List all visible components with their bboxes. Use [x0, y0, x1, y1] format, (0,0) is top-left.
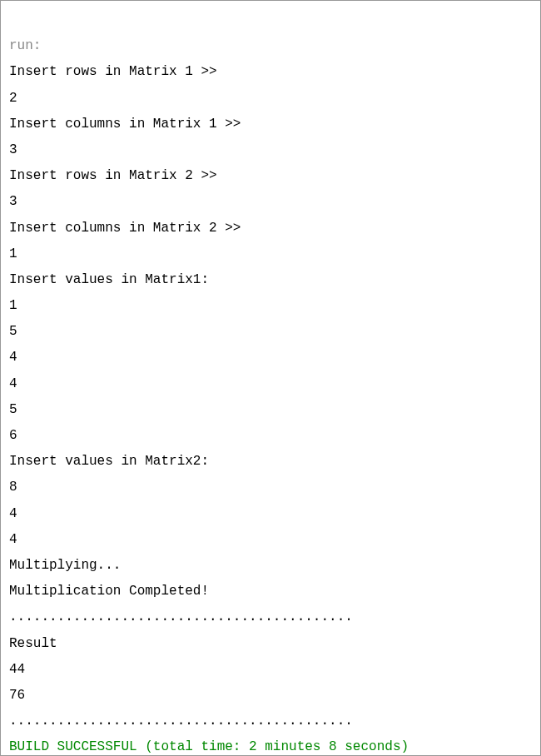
output-line: Multiplying...	[9, 558, 121, 573]
output-line: 4	[9, 506, 17, 521]
output-line: Insert rows in Matrix 2 >>	[9, 168, 217, 183]
output-line: 8	[9, 480, 17, 495]
output-line: Insert rows in Matrix 1 >>	[9, 64, 217, 79]
output-line: ........................................…	[9, 609, 353, 624]
output-line: Result	[9, 636, 57, 651]
output-line: 2	[9, 91, 17, 106]
output-line: 4	[9, 532, 17, 547]
output-line: 4	[9, 350, 17, 365]
run-header: run:	[9, 38, 41, 53]
output-line: 1	[9, 246, 17, 261]
output-line: ........................................…	[9, 714, 353, 729]
output-line: 6	[9, 428, 17, 443]
output-line: Insert values in Matrix1:	[9, 272, 209, 287]
output-line: 5	[9, 324, 17, 339]
output-line: 1	[9, 298, 17, 313]
output-line: Insert columns in Matrix 1 >>	[9, 117, 241, 132]
console-output: run: Insert rows in Matrix 1 >> 2 Insert…	[9, 7, 532, 756]
output-line: Multiplication Completed!	[9, 584, 209, 599]
build-status: BUILD SUCCESSFUL (total time: 2 minutes …	[9, 739, 409, 754]
output-line: 4	[9, 376, 17, 391]
output-line: 5	[9, 402, 17, 417]
output-line: 44	[9, 662, 25, 677]
output-line: Insert values in Matrix2:	[9, 454, 209, 469]
output-line: 76	[9, 688, 25, 703]
output-line: 3	[9, 142, 17, 157]
output-line: Insert columns in Matrix 2 >>	[9, 221, 241, 236]
output-line: 3	[9, 194, 17, 209]
